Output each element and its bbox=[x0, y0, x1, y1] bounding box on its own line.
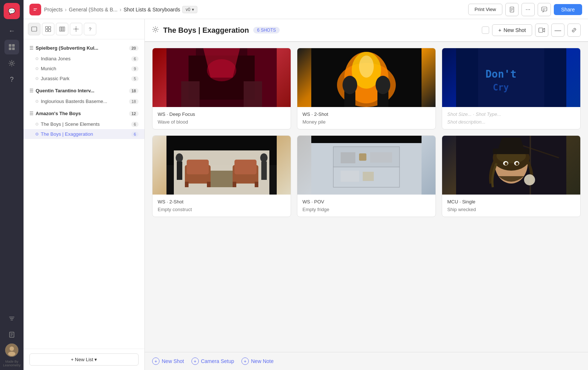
scene-count-indiana: 6 bbox=[131, 56, 139, 61]
svg-rect-64 bbox=[234, 160, 257, 174]
sidebar-list: ☰ Spielberg (Subverting Kul... 20 ⊙ Indi… bbox=[24, 39, 144, 349]
new-shot-button[interactable]: + New Shot bbox=[492, 24, 532, 36]
nav-app-icon bbox=[29, 4, 41, 15]
scene-name-inglourious: Inglourious Basterds Baseme... bbox=[41, 99, 107, 104]
scene-icon-indiana: ⊙ bbox=[35, 56, 39, 61]
svg-rect-61 bbox=[185, 182, 189, 187]
shot-card-5[interactable]: WS · POV Empty fridge bbox=[297, 135, 436, 217]
scene-title: The Boys | Exaggeration bbox=[163, 26, 249, 35]
nav-help[interactable]: ? bbox=[4, 72, 19, 87]
svg-rect-33 bbox=[539, 28, 543, 32]
shot-image-5 bbox=[297, 136, 435, 195]
svg-text:Cry: Cry bbox=[493, 82, 509, 93]
version-selector[interactable]: v0 ▾ bbox=[182, 6, 197, 13]
sidebar-toolbar: ? bbox=[24, 19, 144, 39]
shot-card-6[interactable]: MCU · Single Ship wrecked bbox=[442, 135, 581, 217]
nav-filter[interactable] bbox=[4, 311, 19, 326]
project-group-tarantino: ☰ Quentin Tarantino Interv... 18 ⊙ Inglo… bbox=[24, 85, 144, 106]
svg-rect-23 bbox=[32, 27, 37, 31]
svg-rect-60 bbox=[187, 160, 209, 174]
breadcrumb-projects[interactable]: Projects bbox=[44, 7, 63, 13]
scene-icon-inglourious: ⊙ bbox=[35, 99, 39, 104]
scene-count-scene-elements: 6 bbox=[131, 122, 139, 127]
project-header-amazon[interactable]: ☰ Amazon's The Boys 12 bbox=[24, 108, 144, 119]
camera-setup-plus-icon: + bbox=[191, 357, 199, 365]
project-group-spielberg: ☰ Spielberg (Subverting Kul... 20 ⊙ Indi… bbox=[24, 42, 144, 83]
video-icon-button[interactable] bbox=[535, 24, 548, 37]
shot-card-2[interactable]: WS · 2-Shot Money pile bbox=[297, 48, 436, 129]
project-icon-amazon: ☰ bbox=[29, 111, 33, 116]
svg-point-14 bbox=[8, 352, 15, 356]
shot-image-4 bbox=[153, 136, 291, 195]
scene-icon-jurassic: ⊙ bbox=[35, 76, 39, 81]
scene-name-exaggeration: The Boys | Exaggeration bbox=[41, 131, 93, 137]
more-dots-icon: ··· bbox=[526, 6, 530, 13]
scene-icon-exaggeration: ⊙ bbox=[35, 132, 39, 136]
app-logo[interactable]: 💬 bbox=[4, 3, 20, 19]
shot-card-1[interactable]: WS · Deep Focus Wave of blood bbox=[152, 48, 291, 129]
svg-rect-3 bbox=[12, 47, 15, 50]
minus-icon-button[interactable]: — bbox=[551, 24, 564, 37]
scene-header-actions: + New Shot — bbox=[482, 24, 581, 37]
user-avatar[interactable] bbox=[5, 344, 18, 357]
project-header-spielberg[interactable]: ☰ Spielberg (Subverting Kul... 20 bbox=[24, 42, 144, 54]
new-list-button[interactable]: + New List ▾ bbox=[29, 353, 139, 366]
breadcrumb-current: Shot Lists & Storyboards bbox=[123, 7, 180, 13]
scene-name-indiana: Indiana Jones bbox=[41, 56, 71, 61]
bottom-camera-setup-button[interactable]: + Camera Setup bbox=[191, 357, 234, 365]
sidebar: ? ☰ Spielberg (Subverting Kul... 20 ⊙ In… bbox=[24, 19, 145, 370]
shot-desc-6: Ship wrecked bbox=[447, 207, 575, 212]
share-button[interactable]: Share bbox=[554, 4, 582, 15]
svg-rect-30 bbox=[63, 27, 65, 31]
svg-rect-25 bbox=[49, 26, 51, 29]
sidebar-tool-settings[interactable] bbox=[70, 23, 82, 35]
new-shot-label: New Shot bbox=[503, 27, 526, 33]
project-header-tarantino[interactable]: ☰ Quentin Tarantino Interv... 18 bbox=[24, 85, 144, 96]
nav-back[interactable]: ← bbox=[4, 24, 19, 38]
scene-item-munich[interactable]: ⊙ Munich 9 bbox=[24, 64, 144, 74]
sidebar-tool-columns[interactable] bbox=[56, 23, 68, 35]
shot-info-2: WS · 2-Shot Money pile bbox=[297, 107, 435, 129]
svg-rect-39 bbox=[181, 81, 200, 107]
document-icon-button[interactable] bbox=[505, 3, 519, 16]
shot-image-1 bbox=[153, 48, 291, 107]
shot-desc-1: Wave of blood bbox=[158, 119, 286, 125]
sidebar-tool-list[interactable] bbox=[28, 23, 40, 35]
help-icon: ? bbox=[89, 26, 91, 32]
shots-grid: WS · Deep Focus Wave of blood bbox=[145, 42, 588, 352]
bottom-new-note-button[interactable]: + New Note bbox=[241, 357, 273, 365]
breadcrumb-general[interactable]: General (Shots & B... bbox=[69, 7, 117, 13]
scene-item-scene-elements[interactable]: ⊙ The Boys | Scene Elements 6 bbox=[24, 119, 144, 129]
scene-name-scene-elements: The Boys | Scene Elements bbox=[41, 121, 100, 127]
shots-count-badge: 6 SHOTS bbox=[253, 27, 279, 33]
svg-point-32 bbox=[154, 28, 157, 31]
svg-rect-24 bbox=[46, 26, 48, 29]
link-icon-button[interactable] bbox=[567, 24, 581, 37]
scene-name-munich: Munich bbox=[41, 66, 56, 71]
comments-button[interactable] bbox=[538, 3, 551, 16]
shot-meta-6: MCU · Single bbox=[447, 199, 575, 204]
nav-settings[interactable] bbox=[4, 56, 19, 71]
sidebar-tool-grid[interactable] bbox=[42, 23, 54, 35]
project-icon-spielberg: ☰ bbox=[29, 46, 33, 51]
more-options-button[interactable]: ··· bbox=[521, 3, 535, 16]
bottom-new-note-label: New Note bbox=[251, 358, 273, 364]
sidebar-tool-help[interactable]: ? bbox=[84, 23, 96, 35]
shot-card-4[interactable]: WS · 2-Shot Empty construct bbox=[152, 135, 291, 217]
shot-meta-3: Shot Size... · Shot Type... bbox=[447, 111, 575, 117]
svg-rect-80 bbox=[341, 171, 359, 182]
bottom-new-shot-button[interactable]: + New Shot bbox=[152, 357, 184, 365]
scene-name-jurassic: Jurassic Park bbox=[41, 76, 69, 81]
shot-card-3[interactable]: Don't Cry Shot Size... · Shot Type... Sh… bbox=[442, 48, 581, 129]
scene-item-exaggeration[interactable]: ⊙ The Boys | Exaggeration 6 bbox=[24, 129, 144, 139]
nav-grid[interactable] bbox=[4, 40, 19, 54]
version-label: v0 bbox=[186, 7, 190, 12]
select-all-checkbox[interactable] bbox=[482, 26, 489, 34]
scene-item-jurassic[interactable]: ⊙ Jurassic Park 5 bbox=[24, 74, 144, 83]
svg-rect-93 bbox=[493, 149, 530, 154]
print-view-button[interactable]: Print View bbox=[468, 4, 502, 15]
minus-icon: — bbox=[555, 26, 561, 34]
nav-book[interactable] bbox=[4, 327, 19, 342]
scene-item-inglourious[interactable]: ⊙ Inglourious Basterds Baseme... 18 bbox=[24, 96, 144, 106]
scene-item-indiana[interactable]: ⊙ Indiana Jones 6 bbox=[24, 54, 144, 64]
